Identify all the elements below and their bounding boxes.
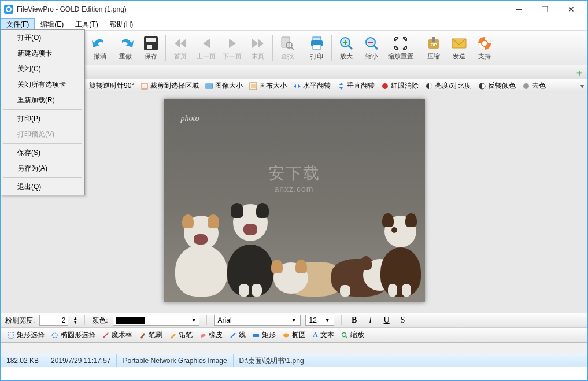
svg-rect-35 <box>201 333 206 337</box>
canvas-size-button[interactable]: 画布大小 <box>247 80 289 91</box>
flip-horizontal-button[interactable]: 水平翻转 <box>291 80 333 91</box>
menu-edit[interactable]: 编辑(E) <box>35 18 69 30</box>
menu-print[interactable]: 打印(P) <box>1 111 84 127</box>
titlebar: FileViewPro - GOLD Edition (1.png) ─ ☐ ✕ <box>1 1 587 18</box>
minimize-button[interactable]: ─ <box>506 1 532 17</box>
rectangle-tool[interactable]: 矩形 <box>250 330 278 341</box>
brush-tool[interactable]: 笔刷 <box>137 330 165 341</box>
menu-help[interactable]: 帮助(H) <box>104 18 139 30</box>
crop-button[interactable]: 裁剪到选择区域 <box>138 80 201 91</box>
menu-file[interactable]: 文件(F) <box>1 18 35 30</box>
window-title: FileViewPro - GOLD Edition (1.png) <box>17 5 127 13</box>
line-tool[interactable]: 线 <box>227 330 248 341</box>
menu-tools[interactable]: 工具(T) <box>69 18 103 30</box>
undo-button[interactable]: 撤消 <box>87 32 113 64</box>
last-page-button[interactable]: 末页 <box>245 32 271 64</box>
brush-width-input[interactable] <box>39 315 68 326</box>
pencil-tool[interactable]: 铅笔 <box>167 330 195 341</box>
status-date: 2019/7/29 11:17:57 <box>45 354 117 367</box>
svg-line-40 <box>346 336 347 338</box>
menu-newtab[interactable]: 新建选项卡 <box>1 46 84 61</box>
underline-button[interactable]: U <box>381 315 393 325</box>
menu-closeall[interactable]: 关闭所有选项卡 <box>1 77 84 93</box>
invert-colors-button[interactable]: 反转颜色 <box>476 80 518 91</box>
svg-rect-26 <box>251 84 256 88</box>
next-page-button[interactable]: 下一页 <box>219 32 245 64</box>
svg-line-33 <box>103 333 108 338</box>
svg-text:ZIP: ZIP <box>431 43 437 47</box>
redeye-button[interactable]: 红眼消除 <box>379 80 421 91</box>
zoom-reset-button[interactable]: 缩放重置 <box>384 32 417 64</box>
menubar: 文件(F) 编辑(E) 工具(T) 帮助(H) <box>1 18 587 31</box>
redo-button[interactable]: 重做 <box>113 32 138 64</box>
statusbar: 182.02 KB 2019/7/29 11:17:57 Portable Ne… <box>1 354 587 367</box>
image-content <box>164 187 425 297</box>
find-button[interactable]: 查找 <box>275 32 300 64</box>
svg-rect-3 <box>152 45 154 49</box>
svg-rect-31 <box>8 332 14 338</box>
drawing-toolbar: 矩形选择 椭圆形选择 魔术棒 笔刷 铅笔 橡皮 线 矩形 椭圆 A文本 缩放 <box>1 328 587 343</box>
zoom-tool[interactable]: 缩放 <box>339 330 367 341</box>
print-button[interactable]: 打印 <box>304 32 330 64</box>
image-toolbar: 旋转逆时针90° 裁剪到选择区域 图像大小 画布大小 水平翻转 垂直翻转 红眼消… <box>1 79 587 93</box>
first-page-button[interactable]: 首页 <box>168 32 193 64</box>
gap <box>1 343 587 354</box>
zoom-in-button[interactable]: 放大 <box>334 32 359 64</box>
eraser-tool[interactable]: 橡皮 <box>197 330 225 341</box>
menu-separator <box>3 177 82 178</box>
image-size-button[interactable]: 图像大小 <box>203 80 245 91</box>
color-picker[interactable]: ▼ <box>113 315 199 326</box>
font-size-select[interactable]: 12▼ <box>305 315 334 326</box>
app-icon <box>4 5 13 14</box>
menu-separator <box>3 143 82 144</box>
strike-button[interactable]: S <box>397 315 409 325</box>
menu-open[interactable]: 打开(O) <box>1 30 84 46</box>
image-signature: photo <box>181 114 199 123</box>
width-down[interactable]: ▼ <box>73 320 77 324</box>
magic-wand-tool[interactable]: 魔术棒 <box>100 330 135 341</box>
svg-line-11 <box>349 46 352 49</box>
compress-button[interactable]: ZIP压缩 <box>421 32 446 64</box>
zoom-out-button[interactable]: 缩小 <box>359 32 384 64</box>
italic-button[interactable]: I <box>365 315 376 325</box>
desaturate-button[interactable]: 去色 <box>520 80 548 91</box>
rotate-ccw-button[interactable]: 旋转逆时针90° <box>87 80 136 91</box>
rect-select-tool[interactable]: 矩形选择 <box>5 330 47 341</box>
svg-point-27 <box>382 83 388 89</box>
brightness-contrast-button[interactable]: 亮度/对比度 <box>423 80 474 91</box>
brush-toolbar: 粉刷宽度: ▲▼ 颜色: ▼ Arial▼ 12▼ B I U S <box>1 313 587 328</box>
text-tool[interactable]: A文本 <box>310 330 336 341</box>
new-tab-button[interactable]: ＋ <box>575 67 584 76</box>
status-filepath: D:\桌面\说明书\1.png <box>234 354 310 367</box>
status-filesize: 182.02 KB <box>1 354 45 367</box>
ellipse-tool[interactable]: 椭圆 <box>280 330 308 341</box>
brush-width-label: 粉刷宽度: <box>5 316 35 325</box>
svg-rect-7 <box>313 37 321 40</box>
file-dropdown: 打开(O) 新建选项卡 关闭(C) 关闭所有选项卡 重新加载(R) 打印(P) … <box>1 29 85 195</box>
menu-printpreview: 打印预览(V) <box>1 127 84 142</box>
flip-vertical-button[interactable]: 垂直翻转 <box>335 80 377 91</box>
ellipse-select-tool[interactable]: 椭圆形选择 <box>49 330 98 341</box>
image-viewport[interactable]: photo 安下载 anxz.com <box>1 93 587 313</box>
font-family-select[interactable]: Arial▼ <box>214 315 301 326</box>
menu-saveas[interactable]: 另存为(A) <box>1 161 84 176</box>
svg-rect-1 <box>146 38 156 42</box>
save-button[interactable]: 保存 <box>138 32 164 64</box>
svg-rect-24 <box>206 84 213 88</box>
prev-page-button[interactable]: 上一页 <box>193 32 219 64</box>
svg-rect-23 <box>142 83 147 89</box>
toolbar-overflow-button[interactable]: ▾ <box>579 82 585 90</box>
svg-line-6 <box>291 47 294 50</box>
status-filetype: Portable Network Graphics Image <box>117 354 233 367</box>
send-button[interactable]: 发送 <box>446 32 472 64</box>
support-button[interactable]: 支持 <box>472 32 497 64</box>
tabstrip: ＋ <box>1 65 587 79</box>
maximize-button[interactable]: ☐ <box>532 1 558 17</box>
bold-button[interactable]: B <box>349 315 360 325</box>
menu-reload[interactable]: 重新加载(R) <box>1 93 84 108</box>
menu-quit[interactable]: 退出(Q) <box>1 179 84 195</box>
menu-close[interactable]: 关闭(C) <box>1 61 84 77</box>
menu-save[interactable]: 保存(S) <box>1 145 84 161</box>
close-button[interactable]: ✕ <box>558 1 584 17</box>
main-toolbar: 撤消 重做 保存 首页 上一页 下一页 末页 查找 打印 放大 缩小 缩放重置 … <box>1 31 587 65</box>
